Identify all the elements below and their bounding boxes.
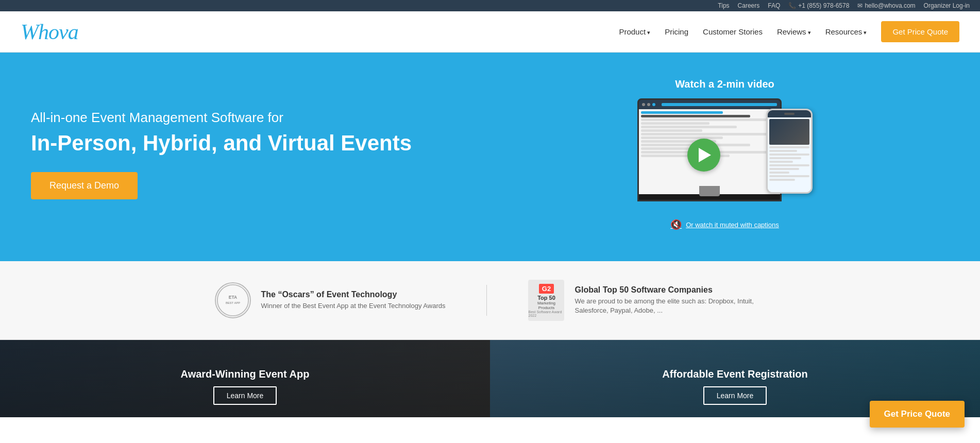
card-event-app-inner: Award-Winning Event App Learn More [181, 368, 310, 405]
nav-cta-button[interactable]: Get Price Quote [881, 21, 959, 42]
tips-link[interactable]: Tips [718, 2, 729, 9]
nav-customer-stories[interactable]: Customer Stories [703, 27, 763, 36]
card-event-registration-inner: Affordable Event Registration Learn More [662, 368, 807, 405]
hero-section: All-in-one Event Management Software for… [0, 53, 980, 261]
mute-icon: 🔇 [670, 219, 682, 230]
card-event-app: Award-Winning Event App Learn More [0, 340, 490, 417]
g2-label: G2 [539, 284, 554, 294]
eta-award-title: The “Oscars” of Event Technology [261, 290, 446, 299]
svg-text:ETA: ETA [228, 295, 236, 300]
email-link[interactable]: hello@whova.com [865, 2, 915, 9]
eta-badge-icon: ETA BEST APP [215, 282, 251, 318]
nav-reviews[interactable]: Reviews [777, 27, 811, 36]
eta-award-desc: Winner of the Best Event App at the Even… [261, 301, 446, 311]
hero-subtitle: All-in-one Event Management Software for [31, 109, 480, 127]
nav-product[interactable]: Product [619, 27, 650, 36]
top-utility-bar: Tips Careers FAQ 📞 +1 (855) 978-6578 ✉ h… [0, 0, 980, 11]
hero-right: Watch a 2-min video [500, 78, 949, 230]
demo-button[interactable]: Request a Demo [31, 172, 138, 199]
play-button[interactable] [687, 139, 720, 172]
faq-link[interactable]: FAQ [768, 2, 780, 9]
phone-mockup [766, 109, 813, 194]
card-event-registration-btn[interactable]: Learn More [703, 386, 767, 405]
g2-badge-icon: G2 Top 50 MarketingProducts Best Softwar… [528, 280, 564, 321]
eta-award-text: The “Oscars” of Event Technology Winner … [261, 290, 446, 311]
award-g2: G2 Top 50 MarketingProducts Best Softwar… [528, 280, 765, 321]
nav-resources[interactable]: Resources [825, 27, 867, 36]
award-eta: ETA BEST APP The “Oscars” of Event Techn… [215, 282, 446, 318]
phone-icon: 📞 [788, 2, 796, 9]
g2-award-title: Global Top 50 Software Companies [575, 285, 765, 295]
floating-cta-button[interactable]: Get Price Quote [870, 401, 965, 417]
logo[interactable]: Whova [21, 20, 78, 44]
nav-links: Product Pricing Customer Stories Reviews… [619, 27, 959, 37]
card-event-app-btn[interactable]: Learn More [213, 386, 277, 405]
awards-section: ETA BEST APP The “Oscars” of Event Techn… [0, 261, 980, 340]
monitor-stand [699, 186, 720, 196]
email-contact: ✉ hello@whova.com [857, 2, 915, 9]
g2-subtitle: MarketingProducts [537, 301, 555, 310]
video-label: Watch a 2-min video [675, 78, 774, 90]
main-navigation: Whova Product Pricing Customer Stories R… [0, 11, 980, 53]
svg-point-0 [217, 285, 248, 316]
video-thumbnail[interactable] [637, 98, 813, 212]
organizer-login-link[interactable]: Organizer Log-in [924, 2, 970, 9]
g2-top50: Top 50 [537, 295, 555, 301]
g2-award-desc: We are proud to be among the elite such … [575, 297, 765, 315]
email-icon: ✉ [857, 2, 863, 9]
svg-text:BEST APP: BEST APP [226, 301, 240, 304]
g2-award-text: Global Top 50 Software Companies We are … [575, 285, 765, 315]
play-icon [699, 148, 711, 162]
awards-divider [486, 285, 487, 316]
nav-pricing[interactable]: Pricing [665, 27, 688, 36]
g2-year: Best Software Award 2022 [528, 310, 564, 317]
careers-link[interactable]: Careers [738, 2, 760, 9]
phone-number: 📞 +1 (855) 978-6578 [788, 2, 849, 9]
hero-title: In-Person, Hybrid, and Virtual Events [31, 131, 480, 156]
feature-cards: Award-Winning Event App Learn More Affor… [0, 340, 980, 417]
hero-left: All-in-one Event Management Software for… [31, 109, 500, 199]
muted-captions-link[interactable]: 🔇 Or watch it muted with captions [670, 219, 779, 230]
card-event-app-title: Award-Winning Event App [181, 368, 310, 380]
card-event-registration-title: Affordable Event Registration [662, 368, 807, 380]
